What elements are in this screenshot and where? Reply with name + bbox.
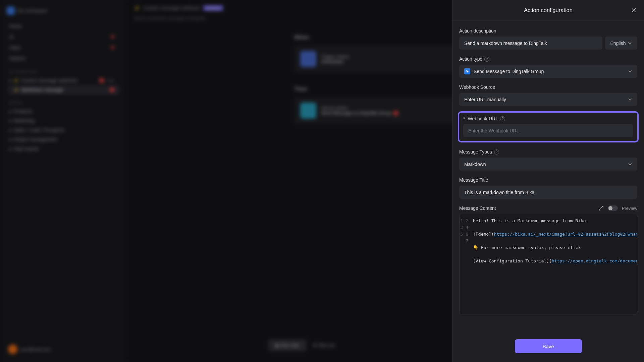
- webhook-source-label: Webhook Source: [459, 84, 637, 90]
- toggle-knob: [608, 206, 612, 210]
- chevron-down-icon: [628, 41, 632, 45]
- webhook-source-value: Enter URL manually: [464, 97, 506, 102]
- preview-toggle[interactable]: [608, 205, 618, 211]
- field-webhook-source: Webhook Source Enter URL manually: [459, 84, 637, 106]
- code-lines: Hello! This is a Markdown message from B…: [471, 214, 637, 314]
- field-message-content: Message Content Preview 1 2 3 4 5 6 7 He…: [459, 205, 637, 314]
- language-value: English: [610, 41, 626, 46]
- chevron-down-icon: [628, 162, 632, 166]
- action-type-label: Action type ?: [459, 56, 637, 62]
- field-action-type: Action type ? Send Message to DingTalk G…: [459, 56, 637, 78]
- panel-title: Action configuration: [524, 7, 573, 13]
- panel-footer: Save: [452, 332, 644, 362]
- webhook-source-select[interactable]: Enter URL manually: [459, 93, 637, 106]
- language-select[interactable]: English: [605, 37, 637, 50]
- webhook-url-label: *Webhook URL ?: [463, 116, 633, 121]
- dingtalk-icon: [464, 68, 470, 74]
- message-types-select[interactable]: Markdown: [459, 158, 637, 171]
- close-button[interactable]: [629, 6, 638, 15]
- message-title-label: Message Title: [459, 177, 637, 183]
- help-icon[interactable]: ?: [500, 116, 505, 121]
- message-types-value: Markdown: [464, 162, 486, 167]
- message-types-label: Message Types ?: [459, 149, 637, 155]
- code-gutter: 1 2 3 4 5 6 7: [460, 214, 471, 314]
- preview-label: Preview: [622, 206, 637, 211]
- help-icon[interactable]: ?: [484, 57, 489, 62]
- action-description-label: Action description: [459, 28, 637, 34]
- panel-body: Action description English Action type ?: [452, 21, 644, 332]
- save-button[interactable]: Save: [515, 339, 582, 353]
- message-content-label: Message Content: [459, 205, 496, 211]
- action-config-panel: Action configuration Action description …: [452, 0, 644, 362]
- webhook-url-input[interactable]: [463, 124, 633, 137]
- field-webhook-url-highlight: *Webhook URL ?: [458, 111, 639, 142]
- action-type-value: Send Message to DingTalk Group: [474, 69, 544, 74]
- help-icon[interactable]: ?: [494, 149, 499, 155]
- close-icon: [631, 8, 636, 13]
- message-content-editor[interactable]: 1 2 3 4 5 6 7 Hello! This is a Markdown …: [459, 214, 637, 314]
- message-title-input[interactable]: [459, 186, 637, 199]
- expand-icon[interactable]: [598, 205, 604, 211]
- action-type-select[interactable]: Send Message to DingTalk Group: [459, 65, 637, 78]
- field-message-types: Message Types ? Markdown: [459, 149, 637, 171]
- chevron-down-icon: [628, 97, 632, 102]
- action-description-input[interactable]: [459, 37, 602, 50]
- panel-header: Action configuration: [452, 0, 644, 21]
- field-message-title: Message Title: [459, 177, 637, 199]
- field-action-description: Action description English: [459, 28, 637, 50]
- chevron-down-icon: [628, 69, 632, 73]
